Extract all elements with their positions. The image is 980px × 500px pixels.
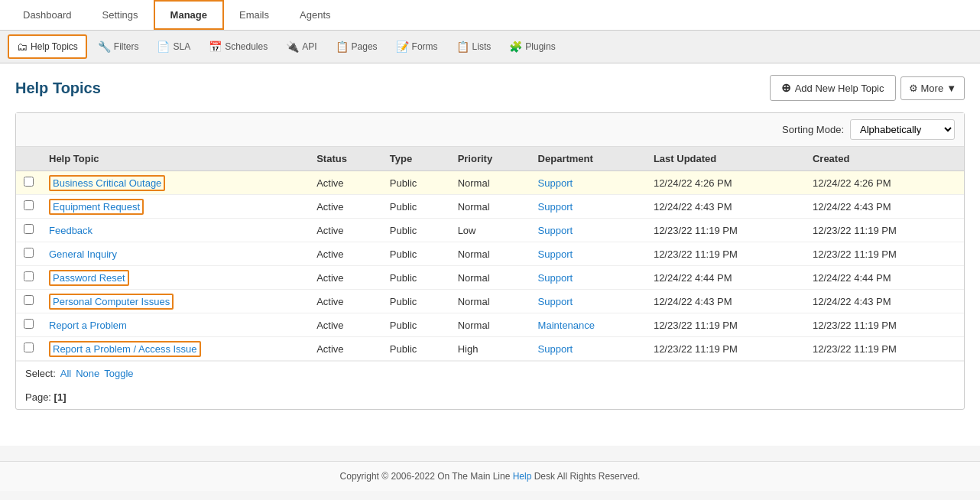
schedules-icon: 📅 (209, 41, 222, 53)
subnav-filters[interactable]: 🔧 Filters (90, 36, 147, 57)
row-department-cell: Support (531, 290, 646, 313)
subnav-lists-label: Lists (472, 41, 492, 52)
department-link[interactable]: Support (538, 296, 573, 307)
footer-help-link[interactable]: Help (513, 471, 532, 482)
plugins-icon: 🧩 (509, 41, 522, 53)
table-row: Report a Problem / Access Issue Active P… (16, 337, 964, 361)
row-checkbox-cell (16, 313, 41, 337)
row-checkbox[interactable] (24, 343, 34, 352)
row-checkbox[interactable] (24, 271, 34, 281)
row-checkbox[interactable] (24, 177, 34, 187)
row-department-cell: Maintenance (531, 313, 646, 337)
department-link[interactable]: Support (538, 177, 573, 189)
row-type-cell: Public (382, 242, 450, 266)
tab-agents[interactable]: Agents (284, 2, 346, 28)
tab-emails[interactable]: Emails (224, 2, 284, 28)
subnav-plugins[interactable]: 🧩 Plugins (501, 36, 563, 57)
subnav-schedules[interactable]: 📅 Schedules (201, 36, 275, 57)
footer-text: Copyright © 2006-2022 On The Main Line H… (340, 471, 641, 482)
tab-settings[interactable]: Settings (87, 2, 154, 28)
row-type-cell: Public (382, 266, 450, 290)
row-priority-cell: Normal (450, 171, 531, 195)
row-last-updated-cell: 12/23/22 11:19 PM (646, 337, 805, 361)
topic-link[interactable]: Report a Problem (49, 320, 127, 331)
help-topics-table: Help Topic Status Type Priority Departme… (16, 147, 964, 361)
row-priority-cell: Normal (450, 313, 531, 337)
row-type-cell: Public (382, 195, 450, 219)
plus-icon: ⊕ (781, 81, 791, 95)
select-all-link[interactable]: All (60, 368, 71, 379)
row-checkbox[interactable] (24, 200, 34, 210)
topic-link[interactable]: Report a Problem / Access Issue (49, 341, 201, 357)
subnav-forms[interactable]: 📝 Forms (388, 36, 446, 57)
row-priority-cell: Normal (450, 290, 531, 313)
row-topic-cell: Business Critical Outage (41, 171, 309, 195)
row-type-cell: Public (382, 171, 450, 195)
department-link[interactable]: Support (538, 272, 573, 284)
subnav-sla[interactable]: 📄 SLA (149, 36, 198, 57)
table-header-row: Help Topic Status Type Priority Departme… (16, 147, 964, 171)
row-topic-cell: Report a Problem (41, 313, 309, 337)
row-priority-cell: Normal (450, 266, 531, 290)
subnav-api[interactable]: 🔌 API (278, 36, 324, 57)
tab-dashboard[interactable]: Dashboard (8, 2, 87, 28)
subnav-pages[interactable]: 📋 Pages (328, 36, 385, 57)
topic-link[interactable]: General Inquiry (49, 248, 117, 260)
page-title: Help Topics (15, 80, 101, 97)
row-type-cell: Public (382, 313, 450, 337)
row-checkbox[interactable] (24, 248, 34, 258)
row-topic-cell: Personal Computer Issues (41, 290, 309, 313)
table-row: General Inquiry Active Public Normal Sup… (16, 242, 964, 266)
subnav-help-topics[interactable]: 🗂 Help Topics (8, 34, 87, 59)
table-row: Equipment Request Active Public Normal S… (16, 195, 964, 219)
table-row: Password Reset Active Public Normal Supp… (16, 266, 964, 290)
row-created-cell: 12/23/22 11:19 PM (805, 313, 964, 337)
topic-link[interactable]: Personal Computer Issues (49, 294, 174, 310)
row-checkbox-cell (16, 171, 41, 195)
row-priority-cell: Normal (450, 242, 531, 266)
topic-link[interactable]: Password Reset (49, 270, 129, 286)
row-checkbox-cell (16, 195, 41, 219)
row-priority-cell: Low (450, 219, 531, 242)
tab-manage[interactable]: Manage (154, 0, 224, 30)
forms-icon: 📝 (396, 41, 409, 53)
department-link[interactable]: Maintenance (538, 320, 595, 331)
select-toggle-link[interactable]: Toggle (104, 368, 133, 379)
row-status-cell: Active (309, 171, 382, 195)
row-topic-cell: Equipment Request (41, 195, 309, 219)
department-link[interactable]: Support (538, 343, 573, 355)
row-department-cell: Support (531, 266, 646, 290)
select-row: Select: All None Toggle (16, 361, 964, 385)
department-link[interactable]: Support (538, 225, 573, 236)
sub-navigation: 🗂 Help Topics 🔧 Filters 📄 SLA 📅 Schedule… (0, 31, 980, 63)
topic-link[interactable]: Equipment Request (49, 199, 144, 215)
row-last-updated-cell: 12/24/22 4:43 PM (646, 195, 805, 219)
row-checkbox[interactable] (24, 224, 34, 234)
select-none-link[interactable]: None (76, 368, 99, 379)
add-new-help-topic-button[interactable]: ⊕ Add New Help Topic (770, 75, 896, 101)
row-status-cell: Active (309, 195, 382, 219)
subnav-schedules-label: Schedules (225, 41, 268, 52)
row-topic-cell: Password Reset (41, 266, 309, 290)
more-button[interactable]: ⚙ More ▼ (900, 76, 965, 100)
row-checkbox-cell (16, 290, 41, 313)
subnav-filters-label: Filters (114, 41, 139, 52)
row-department-cell: Support (531, 242, 646, 266)
more-button-label: More (921, 83, 944, 94)
subnav-lists[interactable]: 📋 Lists (449, 36, 499, 57)
row-created-cell: 12/23/22 11:19 PM (805, 242, 964, 266)
row-status-cell: Active (309, 290, 382, 313)
topic-link[interactable]: Feedback (49, 225, 92, 236)
row-checkbox[interactable] (24, 319, 34, 329)
row-checkbox[interactable] (24, 295, 34, 305)
help-topics-table-container: Sorting Mode: Alphabetically By Creation… (15, 112, 965, 410)
row-checkbox-cell (16, 219, 41, 242)
department-link[interactable]: Support (538, 201, 573, 213)
department-link[interactable]: Support (538, 248, 573, 260)
sorting-select[interactable]: Alphabetically By Creation Date By Last … (850, 119, 955, 140)
topic-link[interactable]: Business Critical Outage (49, 175, 165, 191)
row-department-cell: Support (531, 195, 646, 219)
row-priority-cell: High (450, 337, 531, 361)
row-created-cell: 12/24/22 4:44 PM (805, 266, 964, 290)
sorting-label: Sorting Mode: (782, 124, 844, 135)
